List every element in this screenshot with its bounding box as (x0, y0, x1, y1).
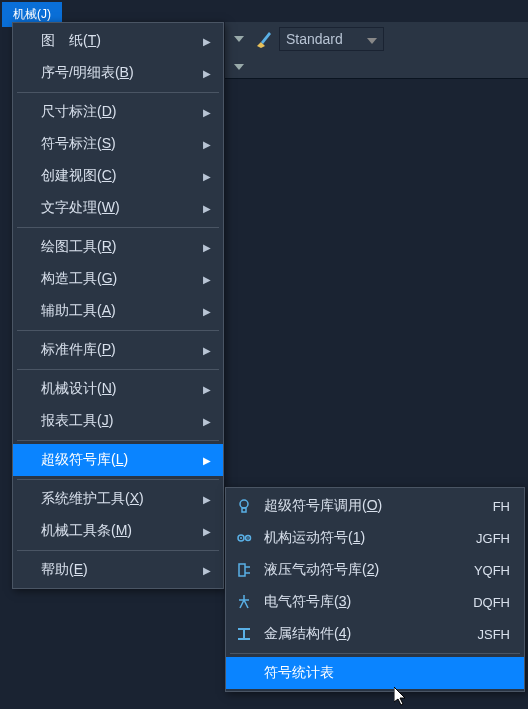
menu-item[interactable]: 创建视图(C)▶ (13, 160, 223, 192)
svg-rect-6 (239, 564, 245, 576)
menu-separator (17, 369, 219, 370)
submenu-item-label: 机构运动符号(1) (264, 529, 466, 547)
blank-icon (234, 663, 254, 683)
menu-separator (230, 653, 520, 654)
submenu-item[interactable]: 符号统计表 (226, 657, 524, 689)
menu-separator (17, 92, 219, 93)
menu-separator (17, 479, 219, 480)
menu-item[interactable]: 机械工具条(M)▶ (13, 515, 223, 547)
submenu-arrow-icon: ▶ (203, 139, 211, 150)
hydraulic-icon (234, 560, 254, 580)
menu-item-label: 序号/明细表(B) (41, 64, 134, 82)
submenu-shortcut: YQFH (474, 563, 510, 578)
brush-icon[interactable] (251, 26, 277, 52)
menu-item-label: 尺寸标注(D) (41, 103, 116, 121)
gears-icon (234, 528, 254, 548)
submenu-item[interactable]: 机构运动符号(1)JGFH (226, 522, 524, 554)
menu-item-label: 图 纸(T) (41, 32, 101, 50)
submenu-arrow-icon: ▶ (203, 306, 211, 317)
electric-icon (234, 592, 254, 612)
submenu-item-label: 超级符号库调用(O) (264, 497, 483, 515)
menu-item[interactable]: 绘图工具(R)▶ (13, 231, 223, 263)
menu-item[interactable]: 符号标注(S)▶ (13, 128, 223, 160)
submenu-arrow-icon: ▶ (203, 242, 211, 253)
menu-item-label: 标准件库(P) (41, 341, 116, 359)
menu-item-label: 文字处理(W) (41, 199, 120, 217)
toolbar-dropdown-1[interactable] (229, 28, 249, 50)
svg-line-12 (244, 600, 248, 608)
bulb-icon (234, 496, 254, 516)
svg-point-5 (247, 537, 249, 539)
menu-item[interactable]: 文字处理(W)▶ (13, 192, 223, 224)
submenu-arrow-icon: ▶ (203, 203, 211, 214)
menu-item-label: 辅助工具(A) (41, 302, 116, 320)
toolbar-dropdown-2[interactable] (229, 56, 249, 78)
submenu-arrow-icon: ▶ (203, 36, 211, 47)
menu-item-label: 帮助(E) (41, 561, 88, 579)
submenu-arrow-icon: ▶ (203, 565, 211, 576)
main-dropdown-menu: 图 纸(T)▶序号/明细表(B)▶尺寸标注(D)▶符号标注(S)▶创建视图(C)… (12, 22, 224, 589)
submenu-arrow-icon: ▶ (203, 274, 211, 285)
menu-separator (17, 440, 219, 441)
menu-item-label: 机械设计(N) (41, 380, 116, 398)
menu-item-label: 系统维护工具(X) (41, 490, 144, 508)
menu-separator (17, 550, 219, 551)
svg-rect-1 (242, 508, 246, 512)
menu-item[interactable]: 超级符号库(L)▶ (13, 444, 223, 476)
submenu-shortcut: JGFH (476, 531, 510, 546)
submenu-item-label: 符号统计表 (264, 664, 510, 682)
submenu-arrow-icon: ▶ (203, 494, 211, 505)
beam-icon (234, 624, 254, 644)
submenu-arrow-icon: ▶ (203, 171, 211, 182)
menu-item[interactable]: 尺寸标注(D)▶ (13, 96, 223, 128)
menu-item[interactable]: 机械设计(N)▶ (13, 373, 223, 405)
submenu-arrow-icon: ▶ (203, 345, 211, 356)
submenu-item[interactable]: 超级符号库调用(O)FH (226, 490, 524, 522)
menu-item[interactable]: 帮助(E)▶ (13, 554, 223, 586)
submenu-item[interactable]: 液压气动符号库(2)YQFH (226, 554, 524, 586)
toolbar: Standard (225, 22, 528, 78)
submenu-item[interactable]: 电气符号库(3)DQFH (226, 586, 524, 618)
submenu-arrow-icon: ▶ (203, 107, 211, 118)
menu-item[interactable]: 图 纸(T)▶ (13, 25, 223, 57)
submenu-arrow-icon: ▶ (203, 455, 211, 466)
standard-label: Standard (286, 31, 343, 47)
symbol-library-submenu: 超级符号库调用(O)FH机构运动符号(1)JGFH液压气动符号库(2)YQFH电… (225, 487, 525, 692)
svg-point-0 (240, 500, 248, 508)
submenu-item-label: 电气符号库(3) (264, 593, 463, 611)
menu-item[interactable]: 系统维护工具(X)▶ (13, 483, 223, 515)
submenu-arrow-icon: ▶ (203, 384, 211, 395)
submenu-shortcut: FH (493, 499, 510, 514)
chevron-down-icon (367, 31, 377, 47)
submenu-item-label: 液压气动符号库(2) (264, 561, 464, 579)
submenu-shortcut: DQFH (473, 595, 510, 610)
submenu-arrow-icon: ▶ (203, 526, 211, 537)
menu-item[interactable]: 序号/明细表(B)▶ (13, 57, 223, 89)
menu-item[interactable]: 标准件库(P)▶ (13, 334, 223, 366)
menu-item[interactable]: 报表工具(J)▶ (13, 405, 223, 437)
svg-line-11 (240, 600, 244, 608)
menu-item-label: 绘图工具(R) (41, 238, 116, 256)
menu-item[interactable]: 辅助工具(A)▶ (13, 295, 223, 327)
menu-item-label: 创建视图(C) (41, 167, 116, 185)
menu-item-label: 构造工具(G) (41, 270, 117, 288)
svg-point-4 (240, 537, 242, 539)
submenu-arrow-icon: ▶ (203, 416, 211, 427)
submenu-item[interactable]: 金属结构件(4)JSFH (226, 618, 524, 650)
menu-item[interactable]: 构造工具(G)▶ (13, 263, 223, 295)
menu-item-label: 符号标注(S) (41, 135, 116, 153)
menu-item-label: 报表工具(J) (41, 412, 113, 430)
menu-separator (17, 227, 219, 228)
submenu-shortcut: JSFH (478, 627, 511, 642)
submenu-arrow-icon: ▶ (203, 68, 211, 79)
menu-item-label: 超级符号库(L) (41, 451, 128, 469)
submenu-item-label: 金属结构件(4) (264, 625, 468, 643)
standard-dropdown[interactable]: Standard (279, 27, 384, 51)
menu-separator (17, 330, 219, 331)
menu-item-label: 机械工具条(M) (41, 522, 132, 540)
